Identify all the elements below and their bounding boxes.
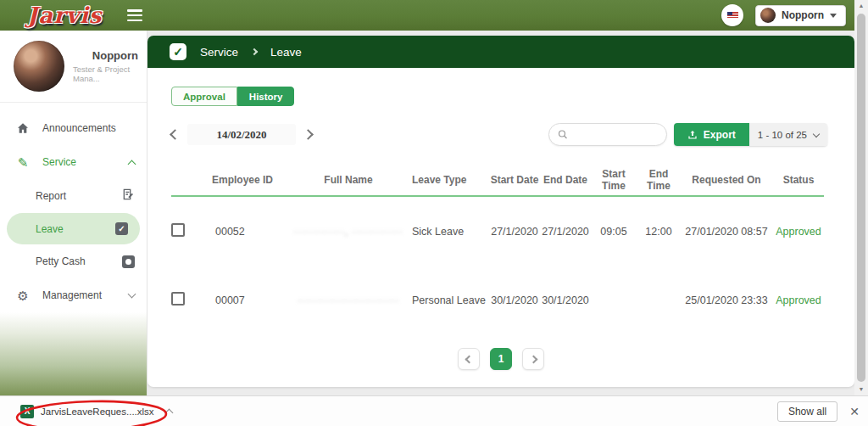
jarvis-logo: Jarvis <box>27 4 102 26</box>
sidebar-item-label: Report <box>36 190 109 202</box>
previous-page-button[interactable] <box>458 348 480 370</box>
search-box <box>548 123 667 146</box>
language-button[interactable] <box>721 4 743 26</box>
sidebar-item-petty-cash[interactable]: Petty Cash <box>0 244 147 278</box>
cash-receipt-icon <box>122 255 135 268</box>
cell-full-name-redacted: ·············, ············· <box>285 227 412 237</box>
download-filename: JarvisLeaveReques....xlsx <box>41 406 154 417</box>
shelf-right-group: Show all ✕ <box>777 401 860 422</box>
tab-group: Approval History <box>171 87 854 106</box>
date-field[interactable]: 14/02/2020 <box>187 124 296 145</box>
sidebar-item-service[interactable]: ✎ Service <box>0 145 147 179</box>
breadcrumb-page: Leave <box>270 46 302 59</box>
chevron-down-icon <box>813 130 820 137</box>
sidebar-item-report[interactable]: Report <box>0 179 147 213</box>
sidebar-item-leave[interactable]: Leave ✓ <box>7 213 140 244</box>
download-item[interactable]: X JarvisLeaveReques....xlsx <box>12 401 181 423</box>
col-start-date: Start Date <box>488 174 541 186</box>
show-all-button[interactable]: Show all <box>777 401 837 422</box>
status-badge: Approved <box>773 294 824 306</box>
page-range-label: 1 - 10 of 25 <box>758 130 807 140</box>
chevron-up-icon[interactable] <box>164 409 173 418</box>
table-header-row: Employee ID Full Name Leave Type Start D… <box>171 168 824 190</box>
gear-icon: ⚙ <box>15 289 31 302</box>
col-requested-on: Requested On <box>680 174 773 186</box>
chevron-down-icon <box>830 14 837 18</box>
cell-requested-on: 25/01/2020 23:33 <box>680 294 773 306</box>
controls-right-group: Export 1 - 10 of 25 <box>548 123 827 146</box>
profile-role: Tester & Project Mana... <box>73 64 138 83</box>
scroll-down-icon[interactable]: ▼ <box>859 384 865 395</box>
export-icon <box>687 129 698 140</box>
chevron-down-icon <box>128 290 136 299</box>
tab-history[interactable]: History <box>237 87 295 106</box>
sidebar-item-management[interactable]: ⚙ Management <box>0 278 147 312</box>
col-employee-id: Employee ID <box>200 174 285 186</box>
scroll-up-icon[interactable]: ▲ <box>859 0 865 12</box>
cell-start-date: 30/1/2020 <box>488 294 541 306</box>
next-date-button[interactable] <box>303 129 314 140</box>
breadcrumb-chevron-icon <box>251 48 258 55</box>
tab-approval[interactable]: Approval <box>171 87 237 106</box>
date-navigator: 14/02/2020 <box>171 124 312 145</box>
main-area: ✓ Service Leave Approval History 14/02/2… <box>147 31 854 395</box>
previous-date-button[interactable] <box>170 129 181 140</box>
top-bar: Jarvis Nopporn <box>0 0 854 31</box>
cell-end-date: 27/1/2020 <box>541 226 590 238</box>
page-header-band: ✓ Service Leave <box>147 36 854 68</box>
home-icon <box>15 121 31 135</box>
breadcrumb-section[interactable]: Service <box>200 46 238 59</box>
col-full-name: Full Name <box>285 174 412 186</box>
sidebar-item-announcements[interactable]: Announcements <box>0 111 147 145</box>
chevron-up-icon <box>128 160 136 168</box>
col-end-date: End Date <box>541 174 590 186</box>
user-avatar <box>760 8 776 23</box>
controls-row: 14/02/2020 Export 1 - 10 of 25 <box>171 123 827 146</box>
profile-meta: Nopporn Tester & Project Mana... <box>73 49 138 83</box>
profile-section: Nopporn Tester & Project Mana... <box>0 31 147 103</box>
export-label: Export <box>704 129 736 141</box>
cell-full-name-redacted: ·························· <box>285 295 412 305</box>
table-row[interactable]: 00052 ·············, ············· Sick … <box>171 197 824 266</box>
cell-end-time: 12:00 <box>637 226 680 238</box>
status-badge: Approved <box>773 226 824 238</box>
cell-employee-id: 00007 <box>200 294 285 306</box>
export-group: Export 1 - 10 of 25 <box>674 123 827 146</box>
next-page-button[interactable] <box>522 348 544 370</box>
row-checkbox[interactable] <box>171 292 185 305</box>
close-icon[interactable]: ✕ <box>849 405 860 418</box>
pencil-icon: ✎ <box>15 156 31 169</box>
page-scrollbar[interactable]: ▲ ▼ <box>854 0 868 395</box>
sidebar-item-label: Announcements <box>42 122 116 134</box>
content-card: ✓ Service Leave Approval History 14/02/2… <box>147 36 854 387</box>
cell-start-time: 09:05 <box>590 226 637 238</box>
us-flag-icon <box>727 12 738 20</box>
row-checkbox[interactable] <box>171 223 185 237</box>
user-menu-button[interactable]: Nopporn <box>755 5 846 26</box>
sidebar-item-label: Leave <box>36 223 103 235</box>
cell-requested-on: 27/01/2020 08:57 <box>680 226 773 238</box>
cell-leave-type: Sick Leave <box>412 226 488 238</box>
col-end-time: End Time <box>637 168 680 192</box>
current-page-button[interactable]: 1 <box>490 348 512 370</box>
page-range-select[interactable]: 1 - 10 of 25 <box>749 123 827 146</box>
export-button[interactable]: Export <box>674 123 749 146</box>
sidebar-gradient <box>0 312 147 395</box>
leave-check-icon: ✓ <box>170 43 186 60</box>
profile-name: Nopporn <box>92 49 138 62</box>
leave-table: Employee ID Full Name Leave Type Start D… <box>171 168 824 334</box>
cell-end-date: 30/1/2020 <box>541 294 590 306</box>
user-name: Nopporn <box>782 9 824 21</box>
app-window: Jarvis Nopporn ▲ ▼ Nopporn Tester & Proj… <box>0 0 868 426</box>
sidebar: Nopporn Tester & Project Mana... Announc… <box>0 31 147 395</box>
sidebar-item-label: Petty Cash <box>36 255 110 267</box>
cell-leave-type: Personal Leave <box>412 294 488 306</box>
table-row[interactable]: 00007 ·························· Persona… <box>171 266 824 334</box>
scrollbar-thumb[interactable] <box>857 14 865 382</box>
pagination: 1 <box>147 348 854 370</box>
cell-start-date: 27/1/2020 <box>488 226 541 238</box>
search-input[interactable] <box>573 129 658 141</box>
hamburger-menu-icon[interactable] <box>127 9 142 21</box>
report-document-icon <box>121 188 135 205</box>
sidebar-item-label: Service <box>42 156 76 168</box>
